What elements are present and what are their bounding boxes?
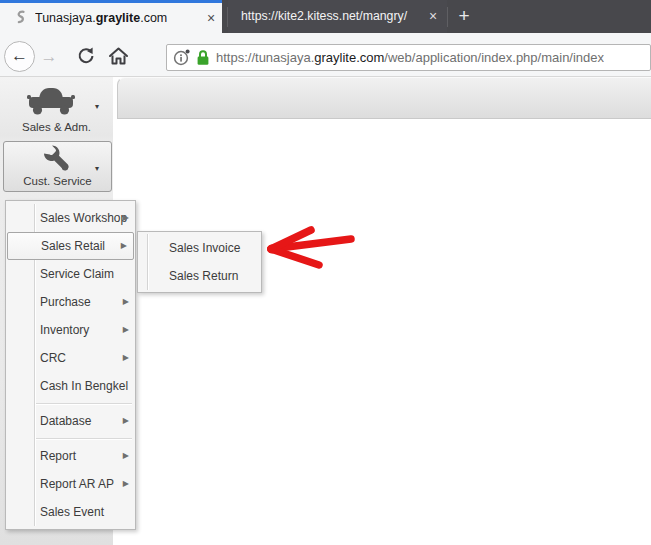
sales-adm-button[interactable]: ▾ Sales & Adm. xyxy=(0,80,113,137)
submenu-arrow-icon: ▶ xyxy=(121,233,127,259)
menu-item-sales-invoice[interactable]: Sales Invoice xyxy=(138,234,261,262)
menu-item-sales-retail[interactable]: Sales Retail ▶ xyxy=(7,232,134,260)
menu-item-purchase[interactable]: Purchase ▶ xyxy=(6,288,135,316)
menu-item-label: Purchase xyxy=(40,295,91,309)
wrench-icon xyxy=(41,145,71,175)
tab-bar: Tunasjaya.graylite.com × https://kite2.k… xyxy=(0,0,651,33)
page-content: ▾ Sales & Adm. ▾ Cust. Service Sales Wor… xyxy=(0,77,651,545)
submenu-arrow-icon: ▶ xyxy=(123,344,129,372)
menu-item-crc[interactable]: CRC ▶ xyxy=(6,344,135,372)
menu-item-label: Sales Invoice xyxy=(169,241,240,255)
home-button[interactable] xyxy=(108,46,129,66)
page-info-icon[interactable] xyxy=(173,49,190,66)
browser-window: Tunasjaya.graylite.com × https://kite2.k… xyxy=(0,0,651,545)
site-favicon-icon xyxy=(12,9,28,25)
menu-item-sales-event[interactable]: Sales Event xyxy=(6,498,135,526)
menu-item-inventory[interactable]: Inventory ▶ xyxy=(6,316,135,344)
submenu-arrow-icon: ▶ xyxy=(123,407,129,435)
new-tab-button[interactable]: + xyxy=(452,0,476,33)
menu-item-sales-workshop[interactable]: Sales Workshop ▶ xyxy=(6,204,135,232)
secure-lock-icon[interactable] xyxy=(196,49,210,66)
submenu-arrow-icon: ▶ xyxy=(123,470,129,498)
app-ribbon-bar xyxy=(117,77,651,119)
forward-icon: → xyxy=(41,47,58,66)
sales-retail-submenu: Sales Invoice Sales Return xyxy=(137,231,262,293)
tab-tunasjaya[interactable]: Tunasjaya.graylite.com × xyxy=(0,0,222,33)
caret-down-icon: ▾ xyxy=(95,103,99,111)
menu-item-label: Sales Retail xyxy=(41,239,105,253)
cust-service-menu: Sales Workshop ▶ Sales Retail ▶ Service … xyxy=(5,200,136,530)
tab-close-icon[interactable]: × xyxy=(202,3,220,33)
menu-item-label: CRC xyxy=(40,351,66,365)
menu-separator xyxy=(36,403,132,404)
back-button[interactable]: ← xyxy=(4,41,35,72)
tab-close-icon[interactable]: × xyxy=(424,0,442,33)
menu-item-label: Sales Workshop xyxy=(40,211,127,225)
forward-button[interactable]: → xyxy=(37,45,61,69)
menu-item-label: Cash In Bengkel xyxy=(40,379,128,393)
menu-item-service-claim[interactable]: Service Claim xyxy=(6,260,135,288)
navigation-toolbar: ← → https://tunasjaya.graylite.com/web/a… xyxy=(0,33,651,77)
sales-adm-label: Sales & Adm. xyxy=(0,121,113,133)
tab-title: Tunasjaya.graylite.com xyxy=(35,3,195,33)
submenu-arrow-icon: ▶ xyxy=(123,316,129,344)
submenu-arrow-icon: ▶ xyxy=(123,288,129,316)
tab-title: https://kite2.kitess.net/mangry/ xyxy=(241,0,421,33)
tab-kite2[interactable]: https://kite2.kitess.net/mangry/ × xyxy=(228,0,447,33)
menu-item-database[interactable]: Database ▶ xyxy=(6,407,135,435)
tab-separator xyxy=(447,7,448,27)
caret-down-icon: ▾ xyxy=(95,165,99,173)
cust-service-label: Cust. Service xyxy=(4,175,111,187)
menu-item-report-ar-ap[interactable]: Report AR AP ▶ xyxy=(6,470,135,498)
menu-separator xyxy=(36,438,132,439)
menu-item-label: Report xyxy=(40,449,76,463)
menu-item-label: Report AR AP xyxy=(40,477,114,491)
menu-item-sales-return[interactable]: Sales Return xyxy=(138,262,261,290)
car-icon xyxy=(26,84,76,116)
menu-item-label: Database xyxy=(40,414,91,428)
menu-item-label: Sales Event xyxy=(40,505,104,519)
menu-item-cash-in-bengkel[interactable]: Cash In Bengkel xyxy=(6,372,135,400)
refresh-button[interactable] xyxy=(76,46,96,66)
menu-item-label: Inventory xyxy=(40,323,89,337)
menu-item-label: Service Claim xyxy=(40,267,114,281)
back-icon: ← xyxy=(11,46,28,65)
url-text: https://tunasjaya.graylite.com/web/appli… xyxy=(216,50,604,65)
red-annotation-arrow xyxy=(263,222,359,274)
submenu-arrow-icon: ▶ xyxy=(123,442,129,470)
menu-item-report[interactable]: Report ▶ xyxy=(6,442,135,470)
menu-item-label: Sales Return xyxy=(169,269,238,283)
address-bar[interactable]: https://tunasjaya.graylite.com/web/appli… xyxy=(166,44,651,71)
submenu-arrow-icon: ▶ xyxy=(123,204,129,232)
cust-service-button[interactable]: ▾ Cust. Service xyxy=(3,141,112,192)
